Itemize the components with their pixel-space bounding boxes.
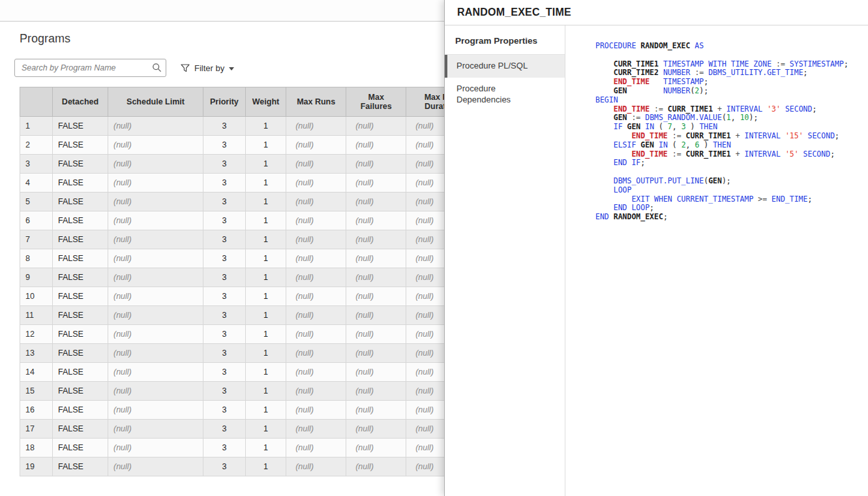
cell-max-runs: (null) bbox=[286, 249, 346, 268]
table-row[interactable]: 16FALSE(null)31(null)(null)(null) bbox=[20, 401, 477, 420]
code-line: END LOOP; bbox=[595, 204, 863, 213]
cell-schedule-limit: (null) bbox=[108, 117, 203, 136]
code-line bbox=[595, 51, 863, 60]
table-row[interactable]: 3FALSE(null)31(null)(null)(null) bbox=[20, 155, 477, 174]
cell-priority: 3 bbox=[203, 287, 246, 306]
table-row[interactable]: 14FALSE(null)31(null)(null)(null) bbox=[20, 363, 477, 382]
cell-max-failures: (null) bbox=[346, 420, 406, 439]
cell-row-number: 1 bbox=[20, 117, 53, 136]
column-header-schedule-limit[interactable]: Schedule Limit bbox=[108, 87, 203, 117]
table-row[interactable]: 19FALSE(null)31(null)(null)(null) bbox=[20, 457, 477, 476]
cell-max-failures: (null) bbox=[346, 401, 406, 420]
cell-weight: 1 bbox=[245, 211, 286, 230]
cell-max-runs: (null) bbox=[286, 287, 346, 306]
cell-row-number: 13 bbox=[20, 344, 53, 363]
cell-schedule-limit: (null) bbox=[108, 306, 203, 325]
code-line: END_TIME TIMESTAMP; bbox=[595, 78, 863, 87]
search-icon[interactable] bbox=[152, 63, 162, 72]
chevron-down-icon bbox=[229, 67, 234, 70]
cell-max-runs: (null) bbox=[286, 401, 346, 420]
cell-schedule-limit: (null) bbox=[108, 382, 203, 401]
table-row[interactable]: 1FALSE(null)31(null)(null)(null) bbox=[20, 117, 477, 136]
column-header-weight[interactable]: Weight bbox=[245, 87, 286, 117]
code-line: PROCEDURE RANDOM_EXEC AS bbox=[595, 42, 863, 51]
cell-max-runs: (null) bbox=[286, 155, 346, 174]
app-window: Programs Filter by bbox=[0, 0, 868, 496]
cell-detached: FALSE bbox=[53, 268, 108, 287]
filter-by-button[interactable]: Filter by bbox=[181, 63, 234, 73]
cell-schedule-limit: (null) bbox=[108, 136, 203, 155]
table-row[interactable]: 15FALSE(null)31(null)(null)(null) bbox=[20, 382, 477, 401]
cell-max-failures: (null) bbox=[346, 117, 406, 136]
cell-priority: 3 bbox=[203, 363, 246, 382]
column-header-max-failures[interactable]: Max Failures bbox=[346, 87, 406, 117]
table-row[interactable]: 7FALSE(null)31(null)(null)(null) bbox=[20, 230, 477, 249]
cell-schedule-limit: (null) bbox=[108, 325, 203, 344]
table-row[interactable]: 13FALSE(null)31(null)(null)(null) bbox=[20, 344, 477, 363]
cell-row-number: 16 bbox=[20, 401, 53, 420]
cell-schedule-limit: (null) bbox=[108, 268, 203, 287]
cell-weight: 1 bbox=[245, 306, 286, 325]
cell-detached: FALSE bbox=[53, 401, 108, 420]
table-row[interactable]: 12FALSE(null)31(null)(null)(null) bbox=[20, 325, 477, 344]
table-row[interactable]: 6FALSE(null)31(null)(null)(null) bbox=[20, 211, 477, 230]
cell-row-number: 14 bbox=[20, 363, 53, 382]
cell-max-runs: (null) bbox=[286, 136, 346, 155]
cell-priority: 3 bbox=[203, 439, 246, 457]
cell-weight: 1 bbox=[245, 155, 286, 174]
cell-weight: 1 bbox=[245, 344, 286, 363]
table-row[interactable]: 10FALSE(null)31(null)(null)(null) bbox=[20, 287, 477, 306]
cell-detached: FALSE bbox=[53, 382, 108, 401]
cell-priority: 3 bbox=[203, 174, 246, 193]
cell-max-runs: (null) bbox=[286, 344, 346, 363]
cell-detached: FALSE bbox=[53, 136, 108, 155]
column-header-max-runs[interactable]: Max Runs bbox=[286, 87, 346, 117]
cell-max-failures: (null) bbox=[346, 439, 406, 457]
cell-priority: 3 bbox=[203, 401, 246, 420]
cell-max-runs: (null) bbox=[286, 420, 346, 439]
subnav-header: Program Properties bbox=[445, 35, 565, 55]
subnav-item-procedure-dependencies[interactable]: Procedure Dependencies bbox=[445, 78, 565, 112]
code-line bbox=[595, 168, 863, 177]
cell-priority: 3 bbox=[203, 344, 246, 363]
table-row[interactable]: 11FALSE(null)31(null)(null)(null) bbox=[20, 306, 477, 325]
code-line: LOOP bbox=[595, 186, 863, 195]
cell-priority: 3 bbox=[203, 325, 246, 344]
cell-priority: 3 bbox=[203, 382, 246, 401]
cell-detached: FALSE bbox=[53, 155, 108, 174]
cell-priority: 3 bbox=[203, 268, 246, 287]
cell-max-failures: (null) bbox=[346, 155, 406, 174]
subnav-item-procedure-pl-sql[interactable]: Procedure PL/SQL bbox=[445, 55, 565, 78]
cell-row-number: 5 bbox=[20, 193, 53, 211]
cell-weight: 1 bbox=[245, 363, 286, 382]
column-header-rownum[interactable] bbox=[20, 87, 53, 117]
cell-max-runs: (null) bbox=[286, 268, 346, 287]
programs-table: DetachedSchedule LimitPriorityWeightMax … bbox=[20, 87, 477, 476]
column-header-detached[interactable]: Detached bbox=[53, 87, 108, 117]
cell-row-number: 2 bbox=[20, 136, 53, 155]
table-row[interactable]: 5FALSE(null)31(null)(null)(null) bbox=[20, 193, 477, 211]
search-input[interactable] bbox=[14, 59, 166, 77]
cell-weight: 1 bbox=[245, 230, 286, 249]
code-line: END_TIME := CURR_TIME1 + INTERVAL '5' SE… bbox=[595, 150, 863, 159]
table-row[interactable]: 9FALSE(null)31(null)(null)(null) bbox=[20, 268, 477, 287]
column-header-priority[interactable]: Priority bbox=[203, 87, 246, 117]
cell-row-number: 17 bbox=[20, 420, 53, 439]
cell-weight: 1 bbox=[245, 117, 286, 136]
table-row[interactable]: 4FALSE(null)31(null)(null)(null) bbox=[20, 174, 477, 193]
cell-schedule-limit: (null) bbox=[108, 420, 203, 439]
table-row[interactable]: 2FALSE(null)31(null)(null)(null) bbox=[20, 136, 477, 155]
filter-funnel-icon bbox=[181, 64, 190, 72]
table-row[interactable]: 8FALSE(null)31(null)(null)(null) bbox=[20, 249, 477, 268]
cell-schedule-limit: (null) bbox=[108, 230, 203, 249]
cell-max-failures: (null) bbox=[346, 325, 406, 344]
plsql-code-viewer[interactable]: PROCEDURE RANDOM_EXEC AS CURR_TIME1 TIME… bbox=[565, 25, 868, 496]
cell-max-runs: (null) bbox=[286, 457, 346, 476]
table-row[interactable]: 17FALSE(null)31(null)(null)(null) bbox=[20, 420, 477, 439]
code-line: END RANDOM_EXEC; bbox=[595, 213, 863, 222]
cell-schedule-limit: (null) bbox=[108, 249, 203, 268]
table-row[interactable]: 18FALSE(null)31(null)(null)(null) bbox=[20, 439, 477, 457]
code-line: CURR_TIME1 TIMESTAMP WITH TIME ZONE := S… bbox=[595, 60, 863, 69]
code-line: END_TIME := CURR_TIME1 + INTERVAL '15' S… bbox=[595, 132, 863, 141]
cell-max-runs: (null) bbox=[286, 174, 346, 193]
